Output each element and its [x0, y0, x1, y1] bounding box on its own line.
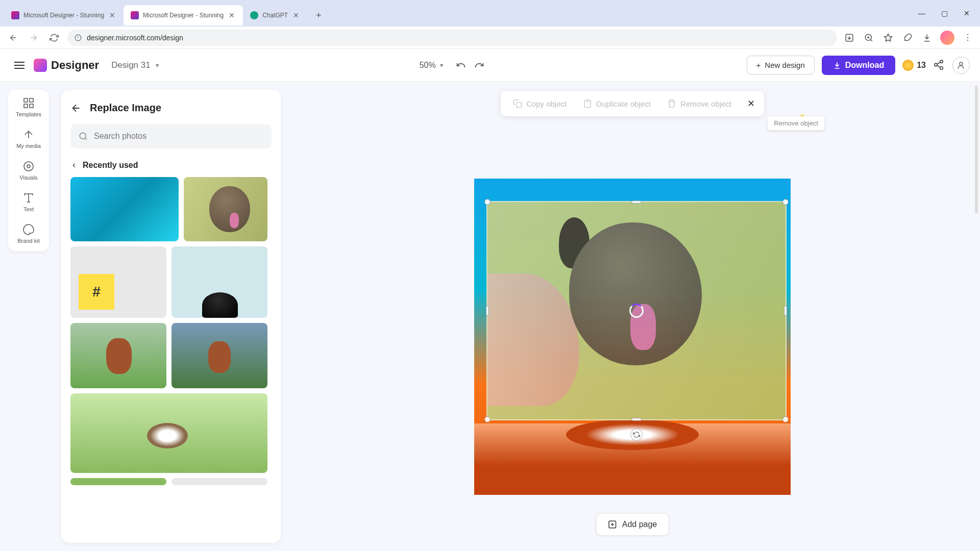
reload-icon[interactable]: [47, 31, 61, 45]
share-icon[interactable]: [933, 59, 945, 71]
remove-object-button[interactable]: Remove object: [661, 95, 738, 112]
close-icon[interactable]: ✕: [108, 11, 116, 19]
new-tab-button[interactable]: +: [311, 10, 326, 21]
browser-tab[interactable]: Microsoft Designer - Stunning ✕: [4, 5, 124, 26]
url-input[interactable]: [87, 34, 830, 42]
button-label: Download: [845, 61, 884, 70]
redo-button[interactable]: [471, 57, 487, 73]
zoom-dropdown[interactable]: 50% ▼: [420, 61, 445, 70]
zoom-icon[interactable]: [863, 32, 875, 44]
credits-counter[interactable]: 13: [902, 60, 926, 71]
svg-rect-15: [586, 100, 589, 102]
photo-thumbnail[interactable]: #: [70, 246, 166, 318]
browser-toolbar: ⋮: [0, 27, 980, 49]
copy-icon: [513, 99, 522, 108]
search-input-wrap[interactable]: [70, 124, 272, 148]
logo[interactable]: Designer: [34, 59, 99, 72]
svg-rect-9: [24, 104, 28, 108]
photo-thumbnail[interactable]: [172, 246, 267, 318]
button-label: Remove object: [680, 99, 731, 108]
svg-point-5: [940, 66, 943, 69]
install-icon[interactable]: [843, 32, 855, 44]
photo-thumbnail[interactable]: [184, 177, 267, 241]
recent-section-header[interactable]: Recently used: [70, 161, 272, 170]
replace-image-panel: Replace Image Recently used #: [61, 90, 281, 543]
document-name: Design 31: [111, 60, 151, 70]
download-button[interactable]: Download: [822, 56, 895, 75]
copy-object-button[interactable]: Copy object: [507, 95, 573, 112]
sidebar-item-visuals[interactable]: Visuals: [19, 160, 37, 181]
close-window-button[interactable]: ✕: [958, 6, 976, 20]
photo-thumbnail[interactable]: [70, 177, 179, 241]
minimize-button[interactable]: —: [913, 6, 931, 20]
browser-tab-active[interactable]: Microsoft Designer - Stunning ✕: [124, 5, 243, 26]
extensions-icon[interactable]: [901, 32, 914, 44]
close-context-bar-button[interactable]: ✕: [744, 96, 758, 111]
resize-handle[interactable]: [631, 201, 642, 204]
sidebar-item-text[interactable]: Text: [22, 192, 35, 212]
favicon-icon: [250, 11, 258, 19]
back-icon[interactable]: [6, 31, 20, 45]
logo-text: Designer: [51, 59, 99, 72]
chevron-down-icon: ▼: [439, 62, 445, 68]
button-label: Add page: [622, 520, 657, 529]
svg-rect-14: [517, 103, 522, 108]
close-icon[interactable]: ✕: [292, 11, 300, 19]
rotate-handle[interactable]: [630, 429, 643, 441]
forward-icon[interactable]: [27, 31, 41, 45]
resize-handle[interactable]: [486, 306, 489, 316]
resize-handle[interactable]: [484, 199, 491, 205]
favicon-icon: [11, 11, 19, 19]
tab-title: Microsoft Designer - Stunning: [143, 12, 224, 19]
photo-thumbnail[interactable]: [172, 323, 267, 388]
photo-grid: #: [70, 177, 272, 485]
search-input[interactable]: [94, 132, 263, 141]
selected-image[interactable]: [486, 201, 787, 420]
downloads-icon[interactable]: [921, 32, 933, 44]
recent-label: Recently used: [83, 161, 138, 170]
new-design-button[interactable]: + New design: [747, 56, 815, 74]
plus-square-icon: [608, 520, 617, 529]
resize-handle[interactable]: [782, 416, 789, 422]
svg-point-3: [940, 60, 943, 63]
resize-handle[interactable]: [631, 418, 642, 421]
star-icon[interactable]: [882, 32, 894, 44]
menu-icon[interactable]: ⋮: [962, 32, 974, 44]
photo-thumbnail[interactable]: [70, 393, 267, 473]
svg-point-13: [80, 133, 86, 139]
close-icon[interactable]: ✕: [228, 11, 236, 19]
maximize-button[interactable]: ▢: [935, 6, 953, 20]
user-menu[interactable]: [952, 57, 970, 74]
add-page-button[interactable]: Add page: [596, 513, 669, 536]
document-name-dropdown[interactable]: Design 31 ▼: [111, 60, 160, 70]
duplicate-object-button[interactable]: Duplicate object: [577, 95, 657, 112]
context-toolbar: Copy object Duplicate object Remove obje…: [501, 91, 764, 116]
svg-point-11: [24, 162, 33, 171]
chevron-down-icon: ▼: [155, 62, 160, 68]
profile-avatar[interactable]: [940, 31, 954, 45]
plus-icon: +: [756, 61, 761, 69]
undo-button[interactable]: [453, 57, 469, 73]
browser-tab[interactable]: ChatGPT ✕: [243, 5, 307, 26]
sidebar-item-label: Brand kit: [17, 238, 39, 244]
resize-handle[interactable]: [782, 199, 789, 205]
back-button[interactable]: [70, 103, 82, 114]
photo-thumbnail[interactable]: [70, 323, 166, 388]
side-rail: Templates My media Visuals Text Brand ki…: [8, 90, 49, 251]
design-canvas[interactable]: [474, 179, 791, 495]
duplicate-icon: [583, 99, 592, 108]
address-bar[interactable]: [67, 30, 837, 46]
button-label: Copy object: [526, 99, 567, 108]
resize-handle[interactable]: [784, 306, 787, 316]
photo-thumbnail[interactable]: [70, 478, 166, 485]
svg-rect-7: [24, 98, 28, 102]
photo-thumbnail[interactable]: [172, 478, 267, 485]
sidebar-item-my-media[interactable]: My media: [16, 129, 41, 149]
resize-handle[interactable]: [484, 416, 491, 422]
sidebar-item-templates[interactable]: Templates: [16, 97, 41, 117]
svg-rect-8: [30, 98, 33, 102]
hamburger-icon[interactable]: [10, 58, 29, 73]
canvas-area[interactable]: Copy object Duplicate object Remove obje…: [285, 82, 980, 551]
button-label: Duplicate object: [596, 99, 651, 108]
sidebar-item-brand-kit[interactable]: Brand kit: [17, 223, 39, 244]
